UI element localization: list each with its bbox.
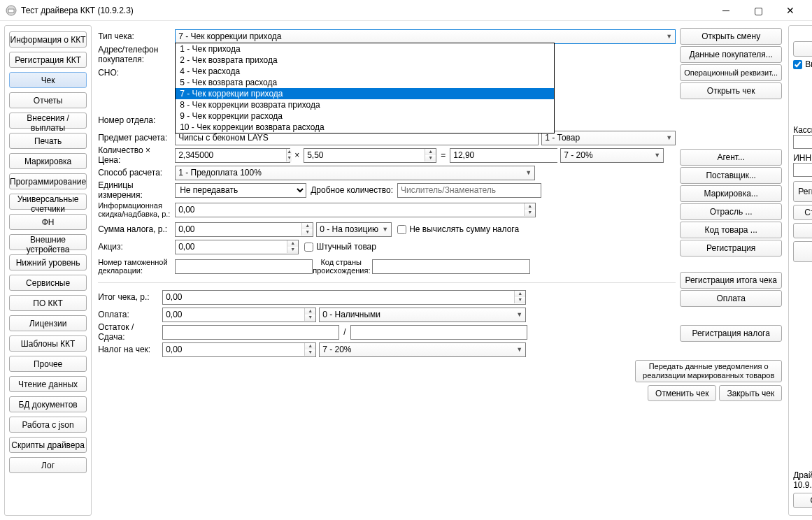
- shift-open-label: Смена открыта: [793, 96, 812, 106]
- center-panel: Тип чека: 7 - Чек коррекции прихода ▼ 1 …: [94, 21, 786, 520]
- reprint-button[interactable]: Допечатать: [793, 223, 812, 238]
- chevron-down-icon: ▼: [666, 134, 672, 141]
- change-left-input[interactable]: [162, 325, 339, 340]
- sidebar-item-1[interactable]: Регистрация ККТ: [9, 52, 87, 68]
- register-button[interactable]: Регистрация: [680, 240, 782, 257]
- register-cashier-button[interactable]: Регистрация кассира: [793, 181, 812, 202]
- payment-method-combo[interactable]: 0 - Наличными▼: [319, 308, 526, 322]
- check-type-option-0[interactable]: 1 - Чек прихода: [176, 43, 554, 55]
- enabled-checkbox[interactable]: [793, 60, 802, 69]
- op-req-button[interactable]: Операционный реквизит...: [680, 64, 782, 81]
- sidebar-item-12[interactable]: Сервисные: [9, 275, 87, 291]
- frac-qty-input[interactable]: [397, 183, 541, 198]
- minimize-button[interactable]: ─: [710, 0, 742, 21]
- cancel-check-button[interactable]: Отменить чек: [648, 385, 716, 401]
- sidebar-item-14[interactable]: Лицензии: [9, 315, 87, 331]
- total-spinner[interactable]: ▲▼: [450, 148, 557, 163]
- supplier-button[interactable]: Поставщик...: [680, 167, 782, 184]
- excise-input[interactable]: [176, 240, 287, 254]
- buyer-data-button[interactable]: Данные покупателя...: [680, 46, 782, 63]
- excise-spinner[interactable]: ▲▼: [175, 240, 299, 254]
- props-button[interactable]: Свойства: [793, 41, 812, 57]
- info-discount-spinner[interactable]: ▲▼: [175, 203, 536, 217]
- check-type-dropdown[interactable]: 1 - Чек прихода2 - Чек возврата прихода4…: [175, 43, 555, 133]
- item-type-combo[interactable]: 1 - Товар▼: [541, 131, 676, 145]
- sidebar-item-10[interactable]: Внешние устройства: [9, 234, 87, 250]
- sidebar-item-6[interactable]: Маркировка: [9, 153, 87, 169]
- sidebar-item-4[interactable]: Внесения / выплаты: [9, 113, 87, 129]
- check-type-option-7[interactable]: 10 - Чек коррекции возврата расхода: [176, 122, 554, 133]
- sidebar-item-8[interactable]: Универсальные счетчики: [9, 194, 87, 210]
- open-shift-button[interactable]: Открыть смену: [680, 28, 782, 45]
- maximize-button[interactable]: ▢: [742, 0, 774, 21]
- country-code-input[interactable]: [372, 259, 530, 274]
- check-total-input[interactable]: [163, 291, 514, 304]
- price-input[interactable]: [304, 149, 425, 162]
- sidebar-item-3[interactable]: Отчеты: [9, 92, 87, 108]
- tax-combo[interactable]: 7 - 20%▼: [560, 148, 664, 163]
- cashier-input[interactable]: [793, 135, 812, 149]
- industry-button[interactable]: Отрасль ...: [680, 203, 782, 220]
- payment-spinner[interactable]: ▲▼: [162, 308, 316, 322]
- sidebar-item-13[interactable]: ПО ККТ: [9, 295, 87, 311]
- tax-sum-input[interactable]: [176, 223, 301, 236]
- check-type-option-2[interactable]: 4 - Чек расхода: [176, 66, 554, 77]
- send-marking-button[interactable]: Передать данные уведомления о реализации…: [635, 360, 782, 382]
- piece-goods-checkbox[interactable]: [304, 243, 313, 252]
- qty-spinner[interactable]: ▲▼: [175, 148, 290, 163]
- cashier-inn-input[interactable]: [793, 163, 812, 177]
- sno-label: СНО:: [98, 68, 175, 78]
- payment-label: Оплата:: [98, 310, 162, 319]
- sidebar-item-16[interactable]: Прочее: [9, 356, 87, 372]
- payment-input[interactable]: [163, 308, 304, 322]
- sidebar-item-0[interactable]: Информация о ККТ: [9, 31, 87, 48]
- check-tax-spinner[interactable]: ▲▼: [162, 342, 316, 357]
- register-tax-button[interactable]: Регистрация налога: [680, 325, 782, 342]
- close-button[interactable]: ✕: [774, 0, 806, 21]
- action-col-top: Открыть смену Данные покупателя... Опера…: [680, 28, 782, 359]
- about-button[interactable]: О программе...: [793, 493, 812, 508]
- doc-status-button[interactable]: Статус документа: [793, 205, 812, 220]
- pay-method-value: 1 - Предоплата 100%: [178, 168, 262, 178]
- sidebar-item-7[interactable]: Программирование: [9, 173, 87, 189]
- sidebar-item-20[interactable]: Скрипты драйвера: [9, 437, 87, 453]
- price-spinner[interactable]: ▲▼: [304, 148, 436, 163]
- qty-input[interactable]: [176, 149, 286, 162]
- sidebar-item-5[interactable]: Печать: [9, 133, 87, 149]
- service-info-button[interactable]: Сервисная информация: [793, 241, 812, 262]
- open-check-button[interactable]: Открыть чек: [680, 82, 782, 99]
- marking-button[interactable]: Маркировка...: [680, 185, 782, 202]
- check-tax-input[interactable]: [163, 343, 304, 356]
- sidebar-item-9[interactable]: ФН: [9, 214, 87, 230]
- sidebar-item-11[interactable]: Нижний уровень: [9, 254, 87, 270]
- sidebar-item-2[interactable]: Чек: [9, 72, 87, 88]
- tax-mode-combo[interactable]: 0 - На позицию▼: [316, 222, 392, 237]
- check-tax-rate-combo[interactable]: 7 - 20%▼: [319, 342, 526, 357]
- tax-sum-spinner[interactable]: ▲▼: [175, 222, 313, 237]
- sidebar-item-17[interactable]: Чтение данных: [9, 376, 87, 392]
- change-right-input[interactable]: [350, 325, 527, 340]
- units-select[interactable]: Не передавать: [175, 183, 306, 198]
- check-type-option-5[interactable]: 8 - Чек коррекции возврата прихода: [176, 99, 554, 110]
- agent-button[interactable]: Агент...: [680, 149, 782, 166]
- prod-code-button[interactable]: Код товара ...: [680, 222, 782, 238]
- register-total-button[interactable]: Регистрация итога чека: [680, 272, 782, 289]
- check-type-option-1[interactable]: 2 - Чек возврата прихода: [176, 55, 554, 66]
- customs-decl-input[interactable]: [175, 259, 313, 274]
- check-total-spinner[interactable]: ▲▼: [162, 290, 526, 305]
- sidebar-item-21[interactable]: Лог: [9, 457, 87, 473]
- sidebar-item-18[interactable]: БД документов: [9, 396, 87, 412]
- check-type-combo[interactable]: 7 - Чек коррекции прихода ▼: [175, 29, 676, 44]
- no-calc-tax-checkbox[interactable]: [397, 225, 406, 234]
- sidebar-item-15[interactable]: Шаблоны ККТ: [9, 335, 87, 352]
- close-check-button[interactable]: Закрыть чек: [719, 385, 782, 401]
- check-type-option-6[interactable]: 9 - Чек коррекции расхода: [176, 110, 554, 122]
- pay-method-combo[interactable]: 1 - Предоплата 100%▼: [175, 166, 535, 180]
- do-payment-button[interactable]: Оплата: [680, 290, 782, 307]
- check-type-option-4[interactable]: 7 - Чек коррекции прихода: [176, 88, 554, 99]
- info-discount-input[interactable]: [176, 203, 524, 217]
- check-type-label: Тип чека:: [98, 31, 175, 41]
- sidebar-item-19[interactable]: Работа с json: [9, 417, 87, 433]
- total-input[interactable]: [450, 149, 561, 162]
- check-type-option-3[interactable]: 5 - Чек возврата расхода: [176, 77, 554, 88]
